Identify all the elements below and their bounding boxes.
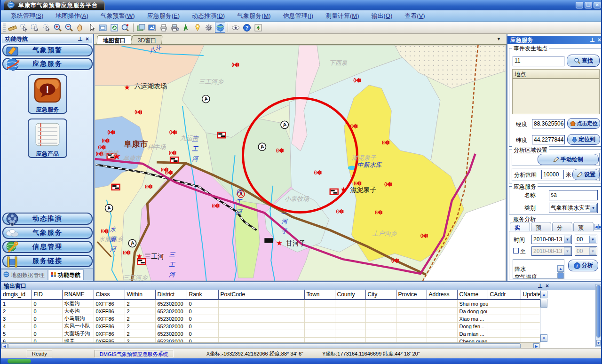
place-list[interactable] bbox=[512, 79, 600, 114]
hour2-select[interactable]: 00▼ bbox=[575, 246, 597, 256]
table-row[interactable]: 20大冬沟0XFF8626523020000Da dong gou bbox=[1, 308, 540, 315]
tab-list-dropdown-icon[interactable]: ▼ bbox=[497, 37, 501, 41]
full-extent-button[interactable] bbox=[98, 23, 108, 33]
globe-network-button[interactable] bbox=[215, 23, 225, 33]
range-set-button[interactable]: 设置 bbox=[572, 169, 600, 180]
pan-button[interactable] bbox=[75, 23, 86, 33]
menu-item-系统管理[interactable]: 系统管理(S) bbox=[5, 10, 49, 22]
analysis-tab-预报[interactable]: 预报 bbox=[531, 222, 551, 231]
refresh-button[interactable] bbox=[109, 23, 119, 33]
manual-draw-button[interactable]: 手动绘制 bbox=[538, 154, 599, 165]
output-table[interactable]: dmgis_idFIDRNAMEClassWithinDistrictRankP… bbox=[1, 290, 540, 342]
menu-item-动态推演[interactable]: 动态推演(D) bbox=[186, 10, 231, 22]
column-header-Class[interactable]: Class bbox=[94, 290, 125, 300]
map-canvas[interactable]: AAAAA★★★★★三工河乡下西泉九运街城关镇阜康市种牛场滋泥泉子小泉牧场上户沟… bbox=[94, 45, 507, 281]
zoom-scale-button[interactable] bbox=[120, 23, 131, 33]
select-button[interactable] bbox=[19, 23, 29, 33]
tab-scroll-right-icon[interactable]: ▶ bbox=[598, 224, 602, 229]
date-select[interactable]: 2010-08-13▼ bbox=[531, 235, 572, 244]
side-scrollbar[interactable]: ▼ bbox=[595, 284, 602, 347]
help-button[interactable]: ? bbox=[242, 23, 252, 33]
element-item-空气温度[interactable]: 空气温度 bbox=[513, 273, 557, 279]
close-icon[interactable]: × bbox=[546, 283, 549, 289]
menu-item-地图操作[interactable]: 地图操作(A) bbox=[49, 10, 94, 22]
table-row[interactable]: 10水磨沟0XFF8626523020000Shui mo gou bbox=[1, 300, 540, 308]
scroll-down-icon[interactable]: ▼ bbox=[540, 334, 547, 342]
table-row[interactable]: 30小马厩沟0XFF8626523020000Xiao ma ... bbox=[1, 315, 540, 323]
location-search-input[interactable]: 11 bbox=[513, 56, 564, 66]
column-header-Address[interactable]: Address bbox=[427, 290, 457, 300]
place-list-header[interactable]: 地点 bbox=[512, 69, 600, 79]
hour-select[interactable]: 00▼ bbox=[575, 235, 597, 244]
tab-scroll-left-icon[interactable]: ◀ bbox=[594, 224, 598, 229]
latitude-input[interactable]: 44.2277844 bbox=[532, 135, 565, 144]
column-header-Update[interactable]: Update bbox=[521, 290, 540, 300]
restore-button[interactable]: ❐ bbox=[585, 2, 592, 8]
go-pointer-button[interactable] bbox=[181, 23, 191, 33]
chevron-down-icon[interactable]: ▼ bbox=[589, 236, 596, 243]
measure-button[interactable] bbox=[8, 23, 18, 33]
scrollbar-thumb[interactable] bbox=[557, 272, 564, 278]
shortcut-应急产品[interactable]: 应急产品 bbox=[28, 119, 67, 158]
print-map-button[interactable] bbox=[170, 23, 180, 33]
date2-select[interactable]: 2010-08-13▼ bbox=[531, 246, 572, 256]
close-button[interactable]: ✕ bbox=[594, 2, 601, 8]
menu-item-信息管理[interactable]: 信息管理(I) bbox=[277, 10, 319, 22]
table-row[interactable]: 50大面场子沟0XFF8626523020000Da mian ... bbox=[1, 330, 540, 338]
select-lasso-button[interactable] bbox=[41, 23, 52, 33]
longitude-input[interactable]: 88.3625506 bbox=[532, 119, 565, 128]
column-header-RNAME[interactable]: RNAME bbox=[62, 290, 94, 300]
locate-pin-button[interactable] bbox=[192, 23, 203, 33]
shortcut-应急服务[interactable]: !应急服务 bbox=[28, 74, 67, 114]
to-checkbox[interactable] bbox=[513, 248, 519, 253]
service-name-input[interactable]: sa bbox=[549, 190, 598, 200]
side-scrollbar-thumb[interactable] bbox=[596, 285, 601, 338]
analyze-button[interactable]: i 分析 bbox=[568, 260, 598, 271]
tab-3D窗口[interactable]: 3D窗口 bbox=[131, 35, 163, 44]
column-header-City[interactable]: City bbox=[365, 290, 396, 300]
scroll-up-icon[interactable]: ▲ bbox=[557, 265, 564, 272]
locate-click-button[interactable]: 点击定位 bbox=[567, 118, 600, 129]
pointer-button[interactable] bbox=[87, 23, 97, 33]
chevron-down-icon[interactable]: ▼ bbox=[590, 204, 597, 212]
menu-item-测量计算[interactable]: 测量计算(M) bbox=[319, 10, 365, 22]
analysis-range-input[interactable]: 10000 bbox=[541, 170, 564, 179]
tab-地图数据管理[interactable]: 地图数据管理 bbox=[1, 269, 48, 280]
layers-button[interactable] bbox=[136, 23, 146, 33]
column-header-CName[interactable]: CName bbox=[457, 290, 488, 300]
settings-button[interactable] bbox=[204, 23, 214, 33]
column-header-District[interactable]: District bbox=[155, 290, 187, 300]
menu-item-查看[interactable]: 查看(V) bbox=[398, 10, 431, 22]
eagle-eye-button[interactable] bbox=[230, 23, 241, 33]
scroll-down-icon[interactable]: ▼ bbox=[596, 340, 601, 346]
scrollbar-thumb[interactable] bbox=[540, 299, 547, 308]
column-header-Town[interactable]: Town bbox=[304, 290, 335, 300]
menu-item-输出[interactable]: 输出(O) bbox=[365, 10, 399, 22]
column-header-FID[interactable]: FID bbox=[32, 290, 62, 300]
print-button[interactable] bbox=[158, 23, 169, 33]
chevron-down-icon[interactable]: ▼ bbox=[564, 236, 571, 243]
zoom-out-button[interactable] bbox=[64, 23, 74, 33]
tab-功能导航[interactable]: 功能导航 bbox=[48, 269, 84, 280]
close-icon[interactable]: × bbox=[86, 36, 89, 42]
table-row[interactable]: 60城关0XFF8526523020000Cheng guan bbox=[1, 338, 540, 343]
column-header-CAddr[interactable]: CAddr bbox=[488, 290, 521, 300]
column-header-Within[interactable]: Within bbox=[125, 290, 155, 300]
analysis-tab-实况[interactable]: 实况 bbox=[510, 222, 530, 231]
table-row[interactable]: 40东风一小队0XFF8626523020000Dong fen... bbox=[1, 323, 540, 330]
element-item-降水[interactable]: 降水 bbox=[513, 265, 557, 273]
select-box-button[interactable] bbox=[30, 23, 40, 33]
menu-item-气象服务[interactable]: 气象服务(M) bbox=[231, 10, 277, 22]
service-type-select[interactable]: 气象和洪水灾害 ▼ bbox=[549, 203, 598, 213]
scroll-up-icon[interactable]: ▲ bbox=[540, 291, 547, 298]
menu-item-气象预警[interactable]: 气象预警(W) bbox=[95, 10, 141, 22]
analysis-tab-分析[interactable]: 分析 bbox=[552, 222, 572, 231]
start-button-fragment[interactable] bbox=[8, 359, 31, 364]
column-header-PostCode[interactable]: PostCode bbox=[218, 290, 304, 300]
close-icon[interactable]: × bbox=[598, 37, 601, 43]
overview-tree-button[interactable] bbox=[253, 23, 263, 33]
column-header-dmgis_id[interactable]: dmgis_id bbox=[1, 290, 32, 300]
export-image-button[interactable] bbox=[147, 23, 158, 33]
locate-to-button[interactable]: 定位到 bbox=[567, 134, 600, 145]
analysis-tab-预案[interactable]: 预案 bbox=[573, 222, 594, 231]
